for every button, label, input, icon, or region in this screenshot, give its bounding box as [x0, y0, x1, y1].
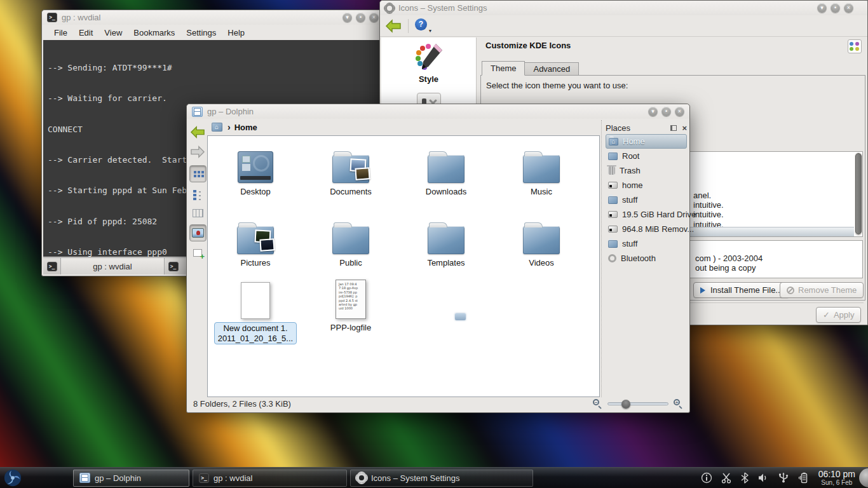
overview-dot: [850, 42, 853, 46]
folder-icon: [608, 240, 618, 248]
file-item-pictures[interactable]: Pictures: [211, 214, 300, 268]
settings-titlebar[interactable]: Icons – System Settings ▾ • ×: [380, 1, 867, 15]
overview-button[interactable]: [848, 39, 862, 53]
file-item-downloads[interactable]: Downloads: [402, 142, 491, 196]
menu-edit[interactable]: Edit: [73, 27, 98, 39]
konsole-icon: >_: [47, 13, 57, 22]
konsole-titlebar[interactable]: >_ gp : wvdial ▾ • ×: [42, 10, 384, 25]
menu-file[interactable]: File: [48, 27, 73, 39]
file-item-label: Music: [497, 187, 586, 196]
maximize-button[interactable]: •: [661, 107, 671, 116]
minimize-button[interactable]: ▾: [648, 107, 658, 116]
forward-button[interactable]: [189, 143, 207, 160]
close-button[interactable]: ×: [844, 3, 853, 13]
place-item-hard-drive[interactable]: 19.5 GiB Hard Drive: [606, 207, 687, 222]
back-button[interactable]: [189, 123, 207, 140]
konsole-tab[interactable]: gp : wvdial: [60, 258, 165, 274]
apply-button[interactable]: ✓ Apply: [816, 307, 861, 323]
place-item-stuff[interactable]: stuff: [606, 193, 687, 207]
battery-tray-icon[interactable]: [798, 472, 808, 484]
menu-bookmarks[interactable]: Bookmarks: [128, 27, 180, 39]
new-tab-button[interactable]: >_: [43, 258, 60, 274]
file-item-label: Public: [306, 258, 395, 268]
file-item-documents[interactable]: Documents: [306, 142, 395, 196]
theme-list-text: anel. intuitive. intuitive. intuitive.: [693, 191, 724, 229]
file-item-desktop[interactable]: Desktop: [211, 142, 300, 196]
tab-advanced[interactable]: Advanced: [525, 62, 579, 76]
bluetooth-tray-icon[interactable]: [740, 472, 749, 484]
place-item-bluetooth[interactable]: Bluetooth: [606, 251, 687, 266]
place-item-home[interactable]: ⌂Home: [606, 134, 687, 149]
maximize-button[interactable]: •: [356, 13, 365, 22]
settings-toolbar: ? ▾: [380, 15, 867, 37]
zoom-out-button[interactable]: −: [593, 399, 602, 409]
close-panel-icon[interactable]: ×: [682, 124, 687, 132]
file-item-ppp-logfile[interactable]: Jan 17 09:4 7:18 gp-Asp ire-5738 pp pd[1…: [306, 277, 395, 332]
file-item-label: Desktop: [211, 187, 300, 196]
breadcrumb-home-label[interactable]: Home: [234, 123, 257, 132]
maximize-button[interactable]: •: [831, 3, 840, 13]
overview-dot: [855, 42, 859, 46]
back-button[interactable]: [385, 18, 402, 34]
place-item-stuff2[interactable]: stuff: [606, 236, 687, 251]
volume-tray-icon[interactable]: [757, 472, 769, 484]
zoom-out-icon: −: [593, 399, 599, 405]
place-item-home-drive[interactable]: home: [606, 178, 687, 193]
tab-advanced-label: Advanced: [533, 64, 570, 74]
task-system-settings[interactable]: Icons – System Settings: [350, 470, 533, 487]
info-tray-icon[interactable]: [701, 472, 712, 484]
close-button[interactable]: ×: [675, 107, 684, 116]
icons-view-button[interactable]: [189, 165, 207, 182]
scrollbar-thumb[interactable]: [855, 153, 862, 234]
menu-settings[interactable]: Settings: [180, 27, 222, 39]
file-item-videos[interactable]: Videos: [497, 214, 586, 268]
sidebar-item-style[interactable]: Style: [381, 37, 476, 84]
split-view-button[interactable]: [189, 244, 207, 261]
home-icon: ⌂: [212, 123, 222, 132]
menu-help[interactable]: Help: [222, 27, 250, 39]
float-panel-icon[interactable]: [670, 125, 677, 131]
clock[interactable]: 06:10 pm Sun, 6 Feb: [818, 470, 855, 486]
dolphin-titlebar[interactable]: gp – Dolphin ▾ • ×: [187, 104, 689, 119]
theme-list-scrollbar[interactable]: [855, 152, 862, 236]
klipper-scissors-icon[interactable]: [721, 472, 732, 484]
terminal-icon: >_: [168, 262, 179, 271]
panel-toolbox-cashew[interactable]: [859, 468, 868, 487]
minimize-button[interactable]: ▾: [817, 3, 827, 13]
close-button[interactable]: ×: [369, 13, 379, 22]
zoom-in-icon: +: [674, 399, 680, 405]
task-konsole[interactable]: >_ gp : wvdial: [193, 470, 347, 487]
place-item-removable[interactable]: 964.8 MiB Remov...: [606, 222, 687, 236]
zoom-slider-handle[interactable]: [621, 400, 630, 409]
place-item-root[interactable]: Root: [606, 149, 687, 163]
zoom-slider[interactable]: [607, 402, 668, 405]
icons-view-icon: [194, 171, 196, 173]
overview-dot: [855, 47, 859, 51]
status-text: 8 Folders, 2 Files (3.3 KiB): [193, 399, 291, 409]
zoom-in-button[interactable]: +: [674, 399, 683, 409]
breadcrumb-home-button[interactable]: ⌂: [210, 121, 224, 133]
place-item-trash[interactable]: Trash: [606, 163, 687, 178]
help-button[interactable]: ? ▾: [415, 18, 431, 34]
tab-theme[interactable]: Theme: [482, 61, 525, 76]
install-theme-button[interactable]: Install Theme File...: [693, 282, 789, 298]
file-item-music[interactable]: Music: [497, 142, 586, 196]
dolphin-side-toolbar: [188, 121, 207, 396]
menu-view[interactable]: View: [98, 27, 128, 39]
terminal-icon: >_: [199, 473, 209, 483]
file-item-label: Documents: [306, 187, 395, 196]
file-item-public[interactable]: Public: [306, 214, 395, 268]
columns-view-button[interactable]: [189, 205, 207, 222]
remove-theme-button[interactable]: Remove Theme: [780, 282, 864, 298]
preview-button[interactable]: [189, 224, 207, 241]
app-launcher-button[interactable]: [3, 468, 22, 487]
folder-view[interactable]: Desktop Documents Downloads Music Pictur…: [207, 135, 600, 397]
file-item-templates[interactable]: Templates: [402, 214, 491, 268]
minimize-button[interactable]: ▾: [342, 13, 352, 22]
file-item-new-document[interactable]: New document 1.2011_01_20_16_5...: [211, 277, 300, 344]
details-view-button[interactable]: [189, 185, 207, 202]
usb-device-tray-icon[interactable]: [777, 472, 790, 484]
tab-list-button[interactable]: >_: [165, 258, 182, 274]
task-dolphin[interactable]: gp – Dolphin: [73, 470, 189, 487]
settings-app-icon: [385, 4, 394, 13]
